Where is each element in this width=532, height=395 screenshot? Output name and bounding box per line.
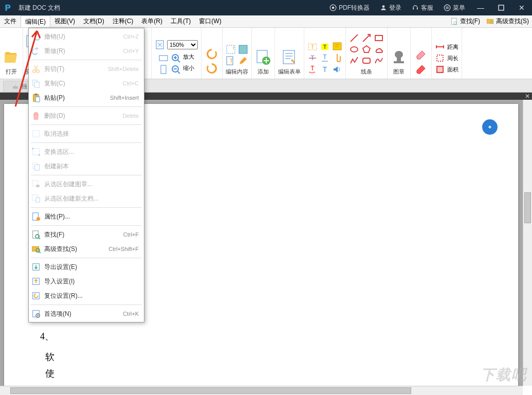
- menu-tools[interactable]: 工具(T): [167, 15, 195, 27]
- cloud-icon[interactable]: [374, 44, 384, 55]
- crown-icon: [12, 83, 19, 91]
- line-icon[interactable]: [349, 33, 359, 43]
- menu-comment[interactable]: 注释(C): [108, 15, 138, 27]
- strikethrough-icon[interactable]: T: [307, 53, 318, 63]
- svg-text:T: T: [323, 44, 326, 50]
- close-button[interactable]: ✕: [511, 0, 532, 15]
- vscroll-thumb[interactable]: [524, 192, 531, 223]
- text-tool-icon[interactable]: T: [320, 64, 330, 75]
- sound-icon[interactable]: [332, 64, 342, 75]
- menu-separator: [31, 225, 142, 226]
- select-text-icon[interactable]: T: [226, 44, 236, 55]
- stamp-sel-icon: [31, 179, 41, 189]
- menu-item-transform: 变换选区...: [29, 145, 144, 159]
- svg-point-68: [37, 315, 39, 316]
- hscroll-thumb[interactable]: [10, 387, 411, 394]
- menu-button[interactable]: 菜单: [438, 0, 470, 15]
- edit-dropdown-menu: 撤销(U)Ctrl+Z重做(R)Ctrl+Y剪切(T)Shift+Delete复…: [28, 28, 144, 322]
- stamp-button[interactable]: 图章: [391, 49, 407, 76]
- menu-item-redo: 重做(R)Ctrl+Y: [29, 44, 144, 58]
- menu-view[interactable]: 视图(V): [50, 15, 79, 27]
- form-icon: [281, 49, 298, 66]
- open-button[interactable]: 打开: [3, 49, 20, 76]
- select-image-icon[interactable]: [238, 44, 248, 55]
- service-button[interactable]: 客服: [407, 0, 438, 15]
- svg-text:T: T: [323, 53, 327, 61]
- fit-page-icon[interactable]: [155, 40, 165, 50]
- polygon-icon[interactable]: [361, 44, 372, 55]
- app-logo-icon: [0, 0, 15, 15]
- add-button[interactable]: 添加: [255, 49, 271, 76]
- converter-icon: [329, 4, 337, 11]
- redo-icon: [31, 46, 41, 56]
- freehand-icon[interactable]: [374, 56, 384, 66]
- menu-item-paste[interactable]: 粘贴(P)Shift+Insert: [29, 91, 144, 105]
- underline-icon[interactable]: T: [320, 53, 330, 63]
- svg-rect-12: [159, 56, 168, 61]
- attachment-icon[interactable]: [332, 53, 342, 63]
- adv-find-icon: [31, 244, 41, 254]
- measure-group: 距离 周长 面积: [432, 28, 462, 79]
- eraser-all-icon[interactable]: [414, 61, 428, 76]
- tab-close-icon[interactable]: ✕: [525, 93, 530, 100]
- zoom-select[interactable]: 150%: [167, 40, 198, 49]
- vertical-scrollbar[interactable]: [523, 100, 532, 386]
- menu-item-import[interactable]: 导入设置(I): [29, 274, 144, 289]
- svg-rect-14: [161, 65, 166, 74]
- rectangle-icon[interactable]: [374, 33, 384, 43]
- maximize-button[interactable]: [491, 0, 511, 15]
- edit-form-button[interactable]: 编辑表单: [278, 49, 301, 76]
- menu-item-deselect: 取消选择: [29, 127, 144, 141]
- find-button[interactable]: 查找(F): [447, 17, 483, 26]
- zoom-in-icon[interactable]: [171, 53, 181, 63]
- svg-rect-47: [33, 131, 40, 137]
- horizontal-scrollbar[interactable]: [0, 386, 523, 395]
- float-action-button[interactable]: [482, 119, 498, 135]
- area-icon[interactable]: [435, 64, 445, 75]
- svg-rect-33: [375, 35, 382, 41]
- svg-rect-18: [239, 45, 247, 53]
- rotate-left-icon[interactable]: [205, 47, 219, 61]
- highlight-icon[interactable]: T: [320, 42, 330, 52]
- edit-form-group: 编辑表单: [275, 28, 304, 79]
- fit-height-icon[interactable]: [158, 64, 169, 75]
- menu-form[interactable]: 表单(R): [137, 15, 167, 27]
- minimize-button[interactable]: ―: [470, 0, 491, 15]
- undo-icon: [31, 31, 41, 42]
- fit-width-icon[interactable]: [158, 53, 169, 63]
- svg-text:T: T: [323, 65, 327, 74]
- svg-point-54: [36, 185, 40, 187]
- login-button[interactable]: 登录: [375, 0, 407, 15]
- rotate-right-icon[interactable]: [205, 61, 219, 76]
- svg-point-34: [351, 47, 358, 52]
- menu-item-props[interactable]: 属性(P)...: [29, 209, 144, 224]
- edit-text-icon[interactable]: T: [226, 56, 236, 66]
- zoom-out-icon[interactable]: [171, 64, 181, 75]
- menu-item-cut: 剪切(T)Shift+Delete: [29, 62, 144, 76]
- menu-file[interactable]: 文件: [0, 15, 21, 27]
- eraser-icon[interactable]: [414, 47, 428, 61]
- sticky-note-icon[interactable]: [332, 42, 342, 52]
- menu-edit[interactable]: 编辑(E): [21, 15, 50, 27]
- polyline-icon[interactable]: [349, 56, 359, 66]
- menu-item-export[interactable]: 导出设置(E): [29, 260, 144, 274]
- title-bar: 新建 DOC 文档 PDF转换器 登录 客服 菜单 ― ✕: [0, 0, 532, 15]
- rounded-rect-icon[interactable]: [361, 56, 372, 66]
- menu-item-find[interactable]: 查找(F)Ctrl+F: [29, 227, 144, 242]
- doc-text-2: 软: [45, 351, 54, 363]
- edit-pencil-icon[interactable]: [238, 56, 248, 66]
- menu-item-adv-find[interactable]: 高级查找(S)Ctrl+Shift+F: [29, 242, 144, 256]
- menu-item-reset[interactable]: 复位设置(R)...: [29, 289, 144, 303]
- oval-icon[interactable]: [349, 44, 359, 55]
- distance-icon[interactable]: [435, 42, 445, 52]
- menu-item-prefs[interactable]: 首选项(N)Ctrl+K: [29, 307, 144, 321]
- menu-document[interactable]: 文档(D): [79, 15, 108, 27]
- textbox-icon[interactable]: T: [307, 42, 318, 52]
- perimeter-icon[interactable]: [435, 53, 445, 63]
- squiggly-icon[interactable]: T: [307, 64, 318, 75]
- adv-find-button[interactable]: 高级查找(S): [483, 17, 532, 26]
- menu-window[interactable]: 窗口(W): [195, 15, 225, 27]
- arrow-icon[interactable]: [361, 33, 372, 43]
- pdf-converter-button[interactable]: PDF转换器: [324, 0, 375, 15]
- menu-item-copy: 复制(C)Ctrl+C: [29, 76, 144, 91]
